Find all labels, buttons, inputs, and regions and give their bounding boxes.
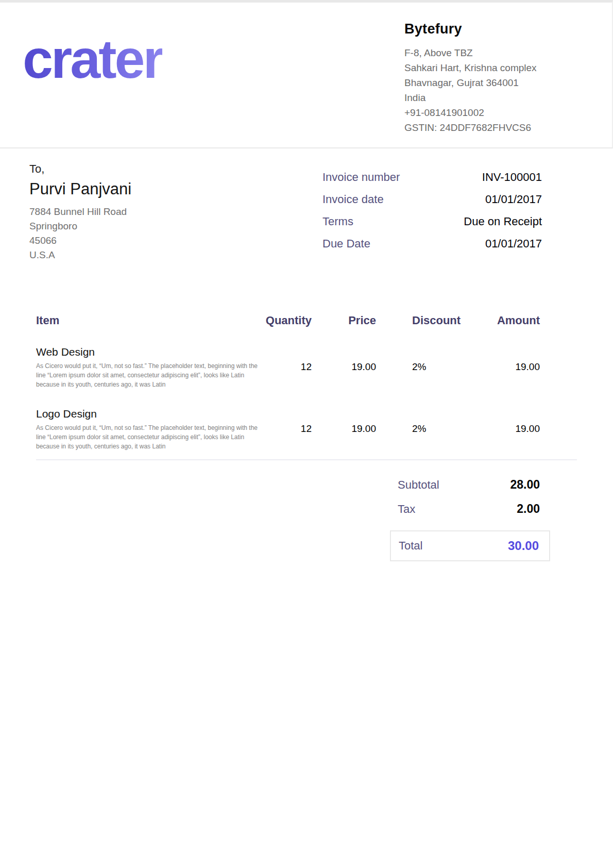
due-date-row: Due Date 01/01/2017 bbox=[322, 237, 542, 259]
item-name: Web Design bbox=[36, 346, 258, 358]
tax-value: 2.00 bbox=[517, 502, 540, 516]
due-date-value: 01/01/2017 bbox=[485, 237, 542, 251]
item-name: Logo Design bbox=[36, 408, 258, 420]
company-address-line: Bhavnagar, Gujrat 364001 bbox=[404, 75, 580, 90]
subtotal-label: Subtotal bbox=[398, 478, 439, 492]
item-cell: Web Design As Cicero would put it, “Um, … bbox=[36, 346, 258, 389]
item-price: 19.00 bbox=[312, 346, 376, 389]
invoice-date-row: Invoice date 01/01/2017 bbox=[322, 193, 542, 215]
total-label: Total bbox=[399, 539, 422, 553]
item-cell: Logo Design As Cicero would put it, “Um,… bbox=[36, 408, 258, 451]
invoice-date-value: 01/01/2017 bbox=[485, 193, 542, 206]
table-row: Web Design As Cicero would put it, “Um, … bbox=[36, 346, 577, 389]
company-block: Bytefury F-8, Above TBZ Sahkari Hart, Kr… bbox=[404, 21, 580, 135]
invoice-date-label: Invoice date bbox=[322, 193, 384, 206]
column-header-amount: Amount bbox=[457, 314, 540, 327]
total-value: 30.00 bbox=[508, 539, 539, 553]
bill-to-block: To, Purvi Panjvani 7884 Bunnel Hill Road… bbox=[29, 162, 131, 262]
item-description: As Cicero would put it, “Um, not so fast… bbox=[36, 361, 268, 389]
company-address-line: India bbox=[404, 90, 580, 105]
company-phone: +91-08141901002 bbox=[404, 105, 580, 120]
item-description: As Cicero would put it, “Um, not so fast… bbox=[36, 423, 268, 451]
bill-to-address-line: U.S.A bbox=[29, 248, 131, 262]
table-row: Logo Design As Cicero would put it, “Um,… bbox=[36, 408, 577, 451]
item-quantity: 12 bbox=[258, 346, 312, 389]
invoice-header: crater Bytefury F-8, Above TBZ Sahkari H… bbox=[0, 0, 613, 148]
crater-logo: crater bbox=[23, 31, 162, 86]
bill-to-address: 7884 Bunnel Hill Road Springboro 45066 U… bbox=[29, 205, 131, 262]
terms-row: Terms Due on Receipt bbox=[322, 215, 542, 237]
billing-section: To, Purvi Panjvani 7884 Bunnel Hill Road… bbox=[0, 148, 613, 262]
column-header-discount: Discount bbox=[376, 314, 457, 327]
column-header-item: Item bbox=[36, 314, 258, 327]
invoice-meta: Invoice number INV-100001 Invoice date 0… bbox=[322, 162, 542, 262]
items-table: Item Quantity Price Discount Amount Web … bbox=[36, 314, 577, 460]
company-address-line: F-8, Above TBZ bbox=[404, 45, 580, 60]
item-amount: 19.00 bbox=[457, 346, 540, 389]
company-address: F-8, Above TBZ Sahkari Hart, Krishna com… bbox=[404, 45, 580, 135]
column-header-price: Price bbox=[312, 314, 376, 327]
totals-block: Subtotal 28.00 Tax 2.00 Total 30.00 bbox=[390, 478, 550, 561]
company-address-line: Sahkari Hart, Krishna complex bbox=[404, 60, 580, 75]
bill-to-address-line: 7884 Bunnel Hill Road bbox=[29, 205, 131, 219]
invoice-number-label: Invoice number bbox=[322, 171, 400, 184]
bill-to-name: Purvi Panjvani bbox=[29, 180, 131, 198]
tax-row: Tax 2.00 bbox=[390, 502, 550, 516]
invoice-page: crater Bytefury F-8, Above TBZ Sahkari H… bbox=[0, 0, 613, 561]
item-quantity: 12 bbox=[258, 408, 312, 451]
invoice-number-row: Invoice number INV-100001 bbox=[322, 171, 542, 193]
tax-label: Tax bbox=[398, 503, 415, 516]
item-discount: 2% bbox=[376, 408, 457, 451]
company-gstin: GSTIN: 24DDF7682FHVCS6 bbox=[404, 120, 580, 135]
due-date-label: Due Date bbox=[322, 237, 370, 251]
terms-label: Terms bbox=[322, 215, 353, 228]
items-divider bbox=[36, 459, 577, 460]
item-price: 19.00 bbox=[312, 408, 376, 451]
bill-to-label: To, bbox=[29, 162, 131, 176]
column-header-quantity: Quantity bbox=[258, 314, 312, 327]
total-box: Total 30.00 bbox=[390, 530, 550, 561]
terms-value: Due on Receipt bbox=[464, 215, 542, 228]
items-table-header: Item Quantity Price Discount Amount bbox=[36, 314, 577, 327]
subtotal-row: Subtotal 28.00 bbox=[390, 478, 550, 492]
item-amount: 19.00 bbox=[457, 408, 540, 451]
bill-to-address-line: Springboro bbox=[29, 219, 131, 233]
invoice-number-value: INV-100001 bbox=[482, 171, 542, 184]
subtotal-value: 28.00 bbox=[510, 478, 540, 492]
company-name: Bytefury bbox=[404, 21, 580, 37]
bill-to-address-line: 45066 bbox=[29, 233, 131, 248]
item-discount: 2% bbox=[376, 346, 457, 389]
